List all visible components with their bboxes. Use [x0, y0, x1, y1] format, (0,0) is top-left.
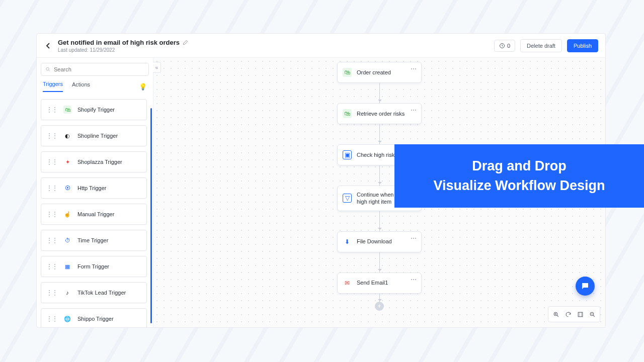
sidebar-tabs: Triggers Actions 💡: [41, 81, 149, 93]
chevron-left-icon: [45, 43, 51, 49]
trigger-item-tiktok[interactable]: ⋮⋮ ♪ TikTok Lead Trigger: [41, 282, 147, 303]
trigger-item-shopify[interactable]: ⋮⋮ 🛍 Shopify Trigger: [41, 99, 147, 120]
trigger-label: Shopline Trigger: [77, 133, 118, 139]
fit-button[interactable]: [575, 309, 586, 320]
promo-overlay: Drag and Drop Visualize Workflow Design: [394, 144, 644, 208]
drag-handle-icon[interactable]: ⋮⋮: [46, 132, 57, 139]
back-button[interactable]: [44, 41, 53, 50]
zoom-out-button[interactable]: [587, 309, 598, 320]
manual-icon: ☝: [63, 210, 71, 218]
trigger-item-form[interactable]: ⋮⋮ ▦ Form Trigger: [41, 256, 147, 277]
drag-handle-icon[interactable]: ⋮⋮: [46, 158, 57, 165]
node-retrieve-risks[interactable]: 🛍 Retrieve order risks ⋯: [337, 103, 422, 124]
time-icon: ⏱: [63, 236, 71, 244]
clock-icon: [499, 43, 505, 49]
history-count: 0: [507, 43, 510, 49]
drag-handle-icon[interactable]: ⋮⋮: [46, 211, 57, 218]
fit-icon: [577, 311, 584, 318]
zoom-out-icon: [589, 311, 596, 318]
trigger-item-shopline[interactable]: ⋮⋮ ◐ Shopline Trigger: [41, 125, 147, 146]
chat-fab[interactable]: [576, 277, 595, 296]
drag-handle-icon[interactable]: ⋮⋮: [46, 289, 57, 296]
form-icon: ▦: [63, 262, 71, 270]
flow-edge: [379, 165, 380, 186]
drag-handle-icon[interactable]: ⋮⋮: [46, 315, 57, 322]
download-icon: ⬇: [343, 237, 352, 246]
tab-actions[interactable]: Actions: [72, 81, 90, 92]
tiktok-icon: ♪: [63, 289, 71, 297]
drag-handle-icon[interactable]: ⋮⋮: [46, 185, 57, 192]
svg-point-1: [46, 67, 49, 70]
node-file-download[interactable]: ⬇ File Download ⋯: [337, 231, 422, 252]
trigger-label: Shippo Trigger: [77, 316, 114, 322]
shippo-icon: 🌐: [63, 315, 71, 323]
promo-line-1: Drag and Drop: [408, 156, 631, 176]
canvas-tools: [548, 306, 600, 322]
svg-line-4: [557, 315, 558, 317]
svg-line-9: [593, 315, 595, 317]
search-icon: [45, 66, 51, 72]
trigger-item-shoplazza[interactable]: ⋮⋮ ✦ Shoplazza Trigger: [41, 151, 147, 172]
scrollbar-indicator[interactable]: [150, 108, 152, 323]
node-order-created[interactable]: 🛍 Order created ⋯: [337, 62, 422, 83]
flow-edge: [379, 124, 380, 144]
node-label: Retrieve order risks: [357, 110, 405, 117]
node-menu-button[interactable]: ⋯: [411, 65, 417, 72]
flow-edge: [379, 211, 380, 231]
trigger-label: Manual Trigger: [77, 211, 114, 217]
check-square-icon: ▣: [343, 150, 352, 159]
http-icon: ⦿: [63, 184, 71, 192]
node-menu-button[interactable]: ⋯: [411, 235, 417, 242]
zoom-in-icon: [553, 311, 559, 318]
node-menu-button[interactable]: ⋯: [411, 107, 417, 114]
sidebar: Triggers Actions 💡 ⋮⋮ 🛍 Shopify Trigger …: [37, 58, 153, 327]
node-menu-button[interactable]: ⋯: [411, 276, 417, 283]
svg-line-2: [49, 70, 50, 71]
shopline-icon: ◐: [63, 132, 71, 140]
promo-line-2: Visualize Workflow Design: [408, 176, 631, 196]
trigger-label: TikTok Lead Trigger: [77, 290, 126, 296]
trigger-label: Shopify Trigger: [77, 107, 115, 113]
drag-handle-icon[interactable]: ⋮⋮: [46, 106, 57, 113]
flow-edge: [379, 294, 380, 303]
trigger-item-shippo[interactable]: ⋮⋮ 🌐 Shippo Trigger: [41, 308, 147, 327]
zoom-in-button[interactable]: [550, 309, 561, 320]
node-label: Send Email1: [357, 279, 388, 286]
trigger-item-http[interactable]: ⋮⋮ ⦿ Http Trigger: [41, 177, 147, 199]
publish-button[interactable]: Publish: [567, 39, 598, 52]
shopify-icon: 🛍: [343, 109, 352, 118]
chat-icon: [581, 282, 590, 291]
shoplazza-icon: ✦: [63, 158, 71, 166]
drag-handle-icon[interactable]: ⋮⋮: [46, 263, 57, 270]
search-input-wrap[interactable]: [41, 63, 149, 76]
flow-edge: [379, 83, 380, 103]
lightbulb-icon[interactable]: 💡: [139, 83, 147, 90]
edit-icon[interactable]: [183, 39, 189, 45]
mail-icon: ✉: [343, 279, 352, 288]
trigger-label: Form Trigger: [77, 263, 109, 269]
funnel-icon: ▽: [343, 194, 352, 203]
svg-rect-7: [578, 312, 583, 317]
last-updated-label: Last updated: 11/29/2022: [58, 47, 494, 53]
node-send-email[interactable]: ✉ Send Email1 ⋯: [337, 273, 422, 294]
delete-draft-button[interactable]: Delete draft: [520, 39, 562, 52]
node-label: File Download: [357, 238, 392, 245]
drag-handle-icon[interactable]: ⋮⋮: [46, 237, 57, 244]
shopify-icon: 🛍: [63, 106, 71, 114]
title-area: Get notified in email of high risk order…: [58, 39, 494, 53]
header-bar: Get notified in email of high risk order…: [37, 34, 605, 58]
history-pill[interactable]: 0: [494, 40, 515, 52]
node-label: Order created: [357, 69, 391, 76]
tab-triggers[interactable]: Triggers: [43, 81, 63, 92]
page-title: Get notified in email of high risk order…: [58, 39, 180, 46]
trigger-item-time[interactable]: ⋮⋮ ⏱ Time Trigger: [41, 230, 147, 251]
collapse-sidebar-button[interactable]: «: [153, 62, 161, 73]
search-input[interactable]: [54, 66, 144, 72]
trigger-list: ⋮⋮ 🛍 Shopify Trigger ⋮⋮ ◐ Shopline Trigg…: [41, 97, 149, 327]
trigger-item-manual[interactable]: ⋮⋮ ☝ Manual Trigger: [41, 204, 147, 225]
shopify-icon: 🛍: [343, 68, 352, 77]
refresh-button[interactable]: [562, 309, 574, 320]
refresh-icon: [565, 311, 572, 318]
trigger-label: Shoplazza Trigger: [77, 159, 122, 165]
trigger-label: Time Trigger: [77, 237, 108, 243]
